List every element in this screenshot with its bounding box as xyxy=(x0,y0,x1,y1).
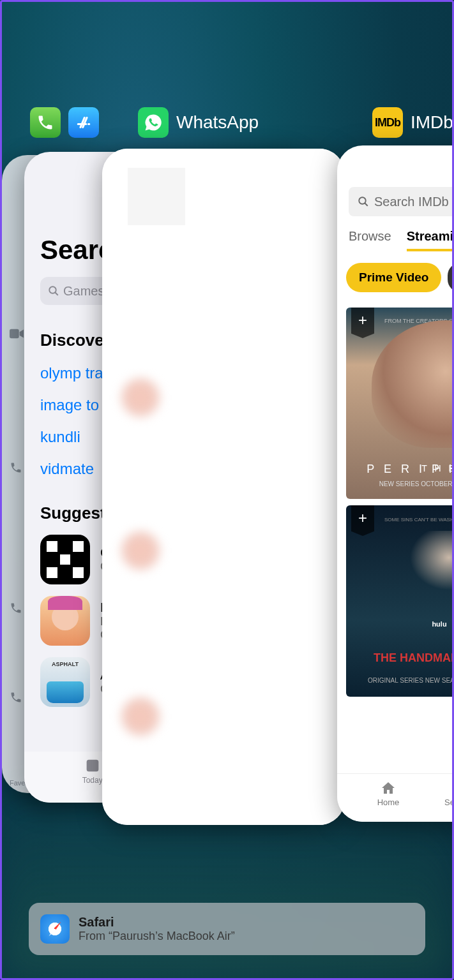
poster-peripheral[interactable]: + FROM THE CREATORS OF WESTWORLD T H E P… xyxy=(346,308,454,499)
poster-art xyxy=(372,320,454,448)
svg-point-1 xyxy=(49,286,56,293)
handoff-text: Safari From “Paurush’s MacBook Air” xyxy=(79,915,235,943)
svg-rect-0 xyxy=(10,329,19,339)
svg-point-3 xyxy=(359,197,366,204)
nav-home[interactable]: Home xyxy=(337,774,439,822)
poster-title: THE HANDMAID'S TALE xyxy=(346,651,454,665)
app-card-whatsapp[interactable] xyxy=(102,149,345,825)
poster-subtitle: NEW SERIES OCTOBER 21 | prime video xyxy=(346,480,454,487)
tab-browse[interactable]: Browse xyxy=(349,229,391,251)
imdb-search-placeholder: Search IMDb xyxy=(374,195,449,209)
outgoing-call-icon xyxy=(10,602,22,618)
label-whatsapp: WhatsApp xyxy=(138,107,259,138)
home-icon xyxy=(381,780,396,796)
favorites-tab[interactable]: Fave xyxy=(10,779,25,787)
add-watchlist-icon[interactable]: + xyxy=(351,505,374,536)
poster-handmaids[interactable]: + SOME SINS CAN'T BE WASHED AWAY hulu TH… xyxy=(346,505,454,697)
imdb-search-input[interactable]: Search IMDb xyxy=(349,187,454,216)
outgoing-call-icon xyxy=(10,461,22,477)
chip-prime-video[interactable]: Prime Video xyxy=(346,263,441,292)
poster-tagline: SOME SINS CAN'T BE WASHED AWAY xyxy=(384,517,454,523)
imdb-app-icon: IMDb xyxy=(372,107,403,138)
handoff-banner[interactable]: Safari From “Paurush’s MacBook Air” xyxy=(29,903,425,955)
label-phone-appstore xyxy=(30,107,99,138)
search-icon xyxy=(358,196,369,207)
app-switcher-labels: WhatsApp IMDb IMDb xyxy=(2,107,452,145)
tab-streaming[interactable]: Streaming xyxy=(407,229,454,251)
asphalt-app-icon: ASPHALT xyxy=(40,657,90,707)
app-card-imdb[interactable]: Search IMDb Browse Streaming Prime Video… xyxy=(337,145,454,822)
handoff-source: From “Paurush’s MacBook Air” xyxy=(79,930,235,943)
imdb-bottom-nav: Home Search xyxy=(337,773,454,822)
outgoing-call-icon xyxy=(10,691,22,707)
svg-rect-2 xyxy=(86,760,98,772)
poster-subtitle: ORIGINAL SERIES NEW SEASON SEPT 14 hulu xyxy=(346,677,454,684)
imdb-tabs: Browse Streaming xyxy=(337,216,454,251)
chip-next[interactable]: N xyxy=(448,263,454,292)
poster-art xyxy=(384,531,454,620)
video-call-icon xyxy=(10,327,24,342)
whatsapp-label: WhatsApp xyxy=(176,112,259,133)
handoff-app: Safari xyxy=(79,915,235,930)
masha-app-icon xyxy=(40,596,90,646)
label-imdb: IMDb IMDb xyxy=(372,107,453,138)
hulu-brand: hulu xyxy=(346,620,454,628)
search-placeholder: Games xyxy=(63,284,104,299)
whatsapp-blurred-content xyxy=(102,149,345,825)
appstore-app-icon xyxy=(68,107,99,138)
whatsapp-app-icon xyxy=(138,107,169,138)
add-watchlist-icon[interactable]: + xyxy=(351,308,374,338)
chess-app-icon xyxy=(40,535,90,584)
imdb-label: IMDb xyxy=(411,112,453,133)
safari-icon xyxy=(40,914,70,944)
nav-search[interactable]: Search xyxy=(439,774,454,822)
poster-title: P E R I P H E R A xyxy=(346,463,454,476)
streaming-chips: Prime Video N xyxy=(337,251,454,304)
phone-app-icon xyxy=(30,107,61,138)
